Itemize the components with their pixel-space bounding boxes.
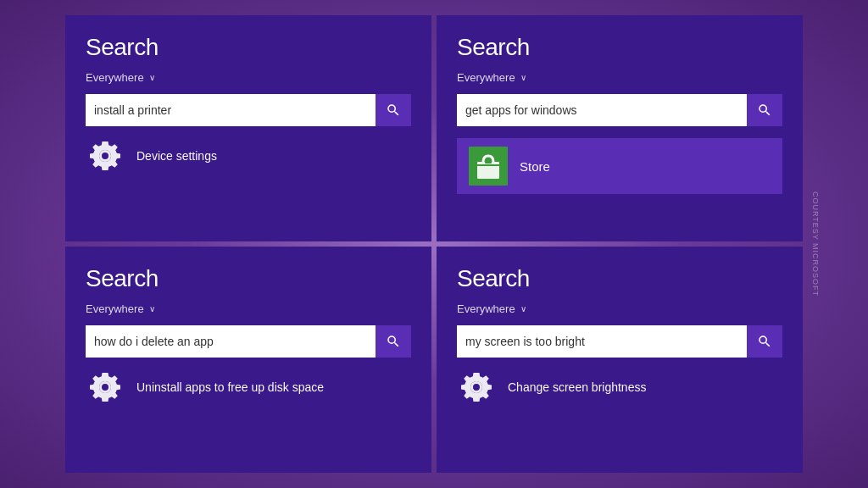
everywhere-dropdown-3[interactable]: Everywhere ∨ — [86, 302, 411, 315]
chevron-down-icon-1: ∨ — [149, 73, 155, 82]
everywhere-label-4: Everywhere — [457, 302, 515, 315]
result-label-4: Change screen brightness — [508, 380, 646, 395]
gear-icon-container-1 — [86, 136, 125, 175]
gear-icon-container-4 — [457, 368, 496, 407]
panels-grid: Search Everywhere ∨ Device settings — [65, 15, 803, 473]
search-bar-2 — [457, 94, 782, 126]
chevron-down-icon-3: ∨ — [149, 304, 155, 313]
search-bar-1 — [86, 94, 411, 126]
store-icon-container — [469, 147, 508, 186]
panel-3-title: Search — [86, 265, 411, 292]
result-item-3[interactable]: Uninstall apps to free up disk space — [86, 368, 411, 407]
panel-1-title: Search — [86, 34, 411, 61]
search-button-3[interactable] — [376, 325, 411, 358]
search-input-1[interactable] — [86, 94, 376, 126]
search-icon-4 — [757, 334, 772, 349]
panel-get-apps: Search Everywhere ∨ Store — [437, 15, 803, 241]
svg-rect-1 — [485, 161, 492, 164]
search-button-2[interactable] — [747, 94, 782, 126]
search-icon-1 — [386, 103, 401, 118]
panel-delete-app: Search Everywhere ∨ Uninstall apps to fr… — [65, 247, 431, 473]
result-item-4[interactable]: Change screen brightness — [457, 368, 782, 407]
chevron-down-icon-2: ∨ — [520, 73, 526, 82]
gear-icon-4 — [459, 370, 493, 404]
panel-2-title: Search — [457, 34, 782, 61]
everywhere-label-1: Everywhere — [86, 71, 144, 84]
result-label-1: Device settings — [136, 148, 217, 164]
everywhere-label-2: Everywhere — [457, 71, 515, 84]
watermark-text: COURTESY MICROSOFT — [811, 191, 820, 297]
gear-icon-1 — [88, 139, 122, 173]
search-button-4[interactable] — [747, 325, 782, 358]
result-item-1[interactable]: Device settings — [86, 136, 411, 175]
everywhere-label-3: Everywhere — [86, 302, 144, 315]
search-input-3[interactable] — [86, 325, 376, 358]
search-icon-3 — [386, 334, 401, 349]
search-bar-3 — [86, 325, 411, 358]
search-input-4[interactable] — [457, 325, 747, 358]
panel-4-title: Search — [457, 265, 782, 292]
search-bar-4 — [457, 325, 782, 358]
everywhere-dropdown-4[interactable]: Everywhere ∨ — [457, 302, 782, 315]
chevron-down-icon-4: ∨ — [520, 304, 526, 313]
everywhere-dropdown-2[interactable]: Everywhere ∨ — [457, 71, 782, 84]
result-label-3: Uninstall apps to free up disk space — [136, 380, 324, 395]
everywhere-dropdown-1[interactable]: Everywhere ∨ — [86, 71, 411, 84]
store-label: Store — [520, 159, 550, 174]
store-bag-icon — [474, 152, 503, 180]
search-button-1[interactable] — [376, 94, 411, 126]
search-icon-2 — [757, 103, 772, 118]
panel-install-printer: Search Everywhere ∨ Device settings — [65, 15, 431, 241]
panel-screen-brightness: Search Everywhere ∨ Change screen bright… — [437, 247, 803, 473]
gear-icon-3 — [88, 370, 122, 404]
store-result[interactable]: Store — [457, 138, 782, 194]
search-input-2[interactable] — [457, 94, 747, 126]
gear-icon-container-3 — [86, 368, 125, 407]
